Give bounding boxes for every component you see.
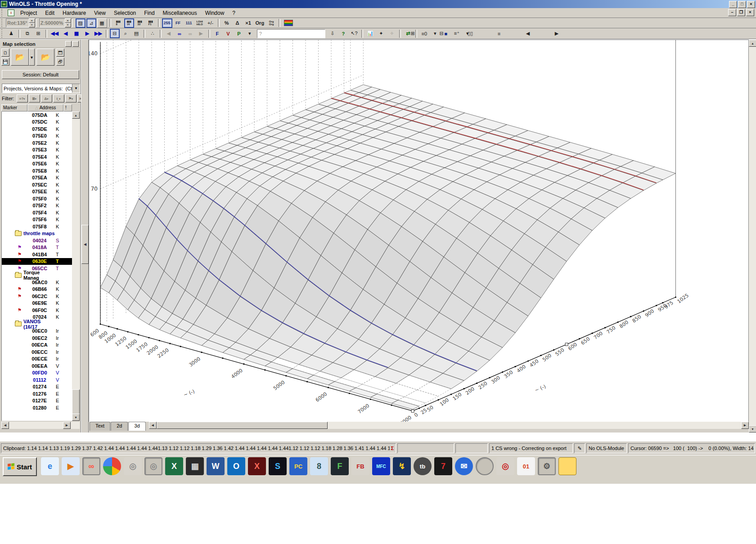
value-mode-dropdown[interactable]: ▾ — [245, 29, 255, 38]
nav-next-icon[interactable]: ▶ — [82, 29, 92, 38]
map-folder-row[interactable]: VANOS (16/17 — [2, 321, 72, 328]
chrome-lock-icon[interactable] — [476, 457, 494, 475]
list-vertical-scrollbar[interactable]: ▲ ▼ — [72, 111, 80, 421]
minimize-button[interactable]: _ — [729, 1, 737, 8]
scroll-left-icon[interactable]: ◀ — [1, 422, 9, 429]
start-button[interactable]: Start — [3, 457, 37, 476]
display-255-button[interactable]: 255 — [162, 18, 172, 28]
mdi-restore-button[interactable]: ❐ — [737, 9, 745, 16]
map-row[interactable]: 075E4 K — [2, 153, 72, 161]
map-row[interactable]: 06AC0 K — [2, 279, 72, 286]
map-row[interactable]: 00FD0 V — [2, 370, 72, 377]
factor-button[interactable]: F — [212, 29, 222, 38]
binary-cube-icon[interactable]: 01 — [517, 457, 535, 475]
map-row[interactable]: 01280 E — [2, 404, 72, 411]
chart-new-icon[interactable]: 📊 — [365, 29, 375, 38]
save-button[interactable]: 💾 — [1, 58, 9, 66]
menu-selection[interactable]: Selection — [110, 9, 140, 18]
scroll-up-icon[interactable]: ▲ — [72, 111, 80, 119]
map-grid-icon[interactable]: ▦ — [72, 29, 81, 38]
prev-map-icon[interactable]: ◀ — [523, 29, 533, 38]
filter-button-4[interactable]: i˾▾ — [53, 94, 64, 103]
search-binoculars-icon[interactable]: ∞ — [175, 29, 184, 38]
map-row[interactable]: 00ECE Ir — [2, 356, 72, 363]
scroll-right-icon[interactable]: ▶ — [63, 422, 71, 429]
scroll-up-icon[interactable]: ▲ — [749, 40, 756, 47]
mode-x-button[interactable]: Δ — [233, 18, 243, 28]
tab-scroll-left-icon[interactable]: ◀ — [149, 422, 157, 429]
color-scale-button[interactable] — [283, 18, 294, 28]
value-button[interactable]: V — [223, 29, 233, 38]
mode-x1-button[interactable]: ×1 — [243, 18, 253, 28]
bits-16-button[interactable]: ▮▮▮16 — [124, 18, 134, 28]
map-row[interactable]: 01274 E — [2, 383, 72, 391]
column-extra[interactable]: ! — [63, 104, 72, 111]
mdi-minimize-button[interactable]: – — [728, 9, 736, 16]
tree-view-icon[interactable]: ⊟ — [110, 29, 120, 38]
map-row[interactable]: 00ECC Ir — [2, 348, 72, 356]
lohi-hilo-button[interactable]: LOHIHILO — [195, 18, 205, 28]
collapse-panel-button[interactable]: ◀ — [81, 225, 89, 264]
map-row[interactable]: 075E6 K — [2, 161, 72, 168]
nav-prev-icon[interactable]: ◀ — [61, 29, 71, 38]
percent-button[interactable]: P — [234, 29, 244, 38]
map-row[interactable]: 00EC0 Ir — [2, 328, 72, 335]
column-marker[interactable]: Marker — [1, 104, 27, 111]
scrollbar-thumb[interactable] — [72, 389, 80, 415]
tab-text[interactable]: Text — [90, 422, 110, 431]
mdi-close-button[interactable]: × — [746, 9, 754, 16]
map-folder-row[interactable]: Torque Manag — [2, 272, 72, 279]
menu-hardware[interactable]: Hardware — [58, 9, 90, 18]
new-window-icon[interactable]: ⧉ — [22, 29, 32, 38]
word-icon[interactable]: W — [207, 457, 225, 475]
map-row[interactable]: 00EEA V — [2, 362, 72, 370]
list-horizontal-scrollbar[interactable]: ◀ ▶ — [1, 422, 80, 429]
rotation-spin-arrows[interactable]: ▲▼ — [29, 18, 35, 27]
internet-explorer-icon[interactable]: e — [41, 457, 59, 475]
next-map-icon[interactable]: ▶ — [552, 29, 562, 38]
map-row[interactable]: ⚑ 06F0C K — [2, 307, 72, 314]
grid-view-icon[interactable]: ▦ — [97, 18, 107, 28]
map-row[interactable]: 075EE K — [2, 188, 72, 196]
map-row[interactable]: ⚑ 06C2C K — [2, 293, 72, 300]
panel-pin-button[interactable] — [65, 41, 72, 47]
tab-3d[interactable]: 3d — [128, 422, 145, 431]
map-row[interactable]: 075E0 K — [2, 133, 72, 140]
tab-scroll-right-icon[interactable]: ▶ — [741, 422, 749, 429]
map-row[interactable]: ⚑ 0418A T — [2, 244, 72, 251]
filter-button-1[interactable]: =?▾ — [17, 94, 28, 103]
column-address[interactable]: △ Address — [27, 104, 63, 111]
tab-2d[interactable]: 2d — [111, 422, 128, 431]
eprom-chip-icon[interactable]: ▦ — [186, 457, 204, 475]
scrollbar-thumb[interactable] — [157, 422, 328, 429]
chart-horizontal-scrollbar[interactable] — [157, 422, 741, 429]
map-row[interactable]: 075DC K — [2, 119, 72, 126]
map-row[interactable]: 06E9E K — [2, 300, 72, 307]
throttle-3d-surface[interactable]: 7014060080010001250150017502000225030004… — [89, 40, 748, 432]
thunderbird-icon[interactable]: ✉ — [455, 457, 473, 475]
split-horizontal-icon[interactable]: ⊟ — [436, 29, 446, 38]
tb-app-icon[interactable]: tb — [414, 457, 432, 475]
zoom-spin-arrows[interactable]: ▲▼ — [65, 18, 71, 27]
script-icon[interactable]: ▤ — [131, 29, 141, 38]
map-row[interactable]: 075E3 K — [2, 147, 72, 154]
chrome-icon[interactable] — [103, 457, 121, 475]
map-row[interactable]: 075E2 K — [2, 139, 72, 147]
menu-find[interactable]: Find — [140, 9, 158, 18]
rotation-spinner[interactable]: Rot:135° ▲▼ — [6, 18, 36, 27]
bits-F1-button[interactable]: ▮▮▮F1 — [146, 18, 156, 28]
import-project-button[interactable]: 📂 — [36, 49, 54, 66]
wizard2-icon[interactable]: ✧ — [387, 29, 397, 38]
wizard-icon[interactable]: ✦ — [376, 29, 386, 38]
map-row[interactable]: 00EC2 Ir — [2, 334, 72, 342]
preview-icon[interactable]: ⌕ — [121, 29, 130, 38]
map-row[interactable]: 075EA K — [2, 174, 72, 182]
signed-button[interactable]: +/- — [206, 18, 216, 28]
map-row[interactable]: ⚑ 0630E T — [2, 258, 72, 265]
evc-swirl-icon[interactable]: ◎ — [124, 457, 142, 475]
view-3d-icon[interactable]: ⊿ — [86, 18, 96, 28]
tile-window-icon[interactable]: ⊞ — [33, 29, 43, 38]
search-next-icon[interactable]: ▶ — [196, 29, 206, 38]
map-row[interactable]: 075F6 K — [2, 216, 72, 223]
org-org-button[interactable]: OrgOrg — [266, 18, 276, 28]
